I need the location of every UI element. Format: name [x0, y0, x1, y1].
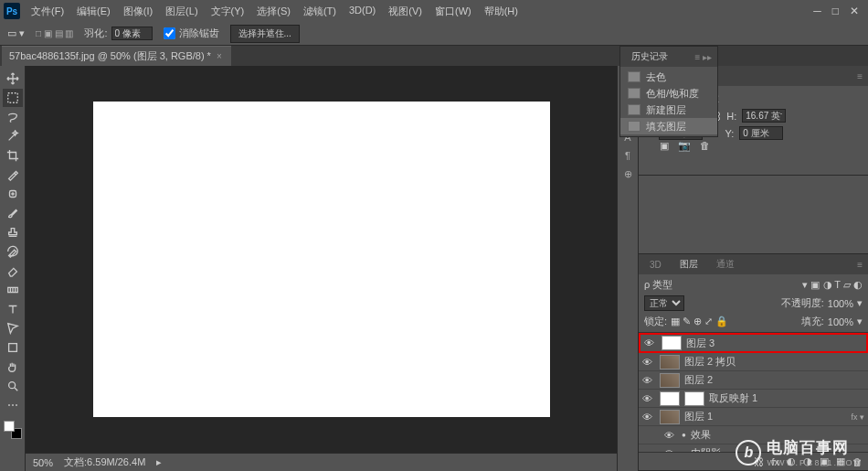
layer-filter-label: ρ 类型 — [644, 278, 672, 292]
visibility-icon[interactable]: 👁 — [664, 430, 677, 441]
visibility-icon[interactable]: 👁 — [644, 337, 657, 348]
edit-toolbar-icon[interactable]: ⋯ — [3, 396, 23, 414]
stamp-tool[interactable] — [3, 223, 23, 241]
visibility-icon[interactable]: 👁 — [642, 393, 655, 404]
visibility-icon[interactable]: 👁 — [664, 448, 677, 453]
lasso-tool[interactable] — [3, 108, 23, 126]
selection-mode-icons[interactable]: □ ▣ ▤ ▥ — [36, 28, 73, 38]
fx-badge[interactable]: fx ▾ — [851, 412, 864, 422]
lock-icons[interactable]: ▦ ✎ ⊕ ⤢ 🔒 — [671, 316, 728, 327]
layer-name: 图层 2 拷贝 — [684, 355, 864, 369]
minimize-icon[interactable]: ─ — [813, 5, 821, 17]
shape-tool[interactable] — [3, 338, 23, 357]
menu-image[interactable]: 图像(I) — [118, 1, 158, 22]
visibility-icon[interactable]: 👁 — [642, 412, 655, 423]
layer-row[interactable]: 👁图层 1fx ▾ — [639, 408, 868, 426]
history-item[interactable]: 填充图层 — [620, 118, 717, 134]
layer-thumbnail — [660, 355, 680, 369]
visibility-icon[interactable]: 👁 — [642, 357, 655, 368]
history-step-icon — [628, 121, 640, 132]
trash-icon[interactable]: 🗑 — [852, 456, 863, 467]
eraser-tool[interactable] — [3, 262, 23, 280]
history-step-icon — [628, 88, 640, 99]
y-input[interactable] — [739, 126, 783, 140]
status-bar: 50% 文档:6.59M/26.4M ▸ — [26, 453, 617, 471]
menu-layer[interactable]: 图层(L) — [160, 1, 203, 22]
antialias-checkbox[interactable] — [164, 27, 175, 39]
type-tool[interactable] — [3, 300, 23, 318]
history-step-icon — [628, 104, 640, 115]
layer-row[interactable]: 👁图层 2 — [639, 371, 868, 390]
gradient-tool[interactable] — [3, 281, 23, 299]
layer-filter-icons[interactable]: ▾ ▣ ◑ T ▱ ◐ — [802, 279, 863, 291]
history-collapse-icon[interactable]: ≡ ▸▸ — [694, 52, 712, 62]
brush-tool[interactable] — [3, 204, 23, 222]
zoom-tool[interactable] — [3, 377, 23, 395]
visibility-icon[interactable]: 👁 — [642, 375, 655, 386]
layers-menu-icon[interactable]: ≡ — [857, 260, 863, 270]
move-tool[interactable] — [3, 70, 23, 88]
history-step-label: 新建图层 — [646, 103, 686, 117]
history-item[interactable]: 新建图层 — [620, 102, 717, 118]
layer-name: 图层 3 — [686, 337, 863, 350]
fg-color-swatch[interactable] — [4, 421, 15, 432]
h-input[interactable] — [742, 109, 786, 123]
tab-close-icon[interactable]: × — [217, 51, 222, 61]
tab-3d[interactable]: 3D — [644, 258, 667, 272]
healing-tool[interactable] — [3, 185, 23, 203]
document-canvas[interactable] — [93, 102, 550, 417]
menu-3d[interactable]: 3D(D) — [344, 1, 381, 22]
group-icon[interactable]: ▣ — [820, 455, 829, 467]
doc-info: 文档:6.59M/26.4M — [64, 455, 145, 469]
history-trash-icon[interactable]: 🗑 — [700, 140, 710, 152]
marquee-tool[interactable] — [3, 89, 23, 107]
menu-select[interactable]: 选择(S) — [251, 1, 296, 22]
fx-icon[interactable]: fx — [771, 456, 779, 467]
menu-file[interactable]: 文件(F) — [26, 1, 69, 22]
history-snap-icon[interactable]: ▣ — [660, 140, 669, 152]
tab-layers[interactable]: 图层 — [674, 256, 704, 273]
close-icon[interactable]: ✕ — [850, 5, 859, 17]
path-tool[interactable] — [3, 319, 23, 337]
document-tab[interactable]: 57bac4886135f.jpg @ 50% (图层 3, RGB/8) * … — [2, 46, 231, 66]
mask-icon[interactable]: ◐ — [787, 455, 796, 467]
new-layer-icon[interactable]: ▦ — [836, 455, 845, 467]
history-item[interactable]: 去色 — [620, 69, 717, 85]
panel-menu-icon[interactable]: ≡ — [857, 71, 863, 81]
menu-edit[interactable]: 编辑(E) — [71, 1, 116, 22]
hand-tool[interactable] — [3, 358, 23, 376]
adjustment-icon[interactable]: ◑ — [803, 455, 812, 467]
menu-help[interactable]: 帮助(H) — [479, 1, 524, 22]
opacity-value[interactable]: 100% — [828, 298, 853, 309]
tab-channels[interactable]: 通道 — [711, 256, 740, 273]
link-layers-icon[interactable]: ⛓ — [754, 456, 764, 467]
blend-mode-select[interactable]: 正常 — [644, 295, 684, 311]
menu-filter[interactable]: 滤镜(T) — [298, 1, 342, 22]
menu-type[interactable]: 文字(Y) — [206, 1, 250, 22]
layer-row[interactable]: 👁●效果 — [639, 426, 868, 444]
tool-preset-icon[interactable]: ▭ ▾ — [7, 27, 25, 39]
menu-window[interactable]: 窗口(W) — [429, 1, 477, 22]
history-item[interactable]: 色相/饱和度 — [620, 85, 717, 102]
wand-tool[interactable] — [3, 127, 23, 145]
layer-row[interactable]: 👁图层 2 拷贝 — [639, 353, 868, 371]
layer-row[interactable]: 👁取反映射 1 — [639, 390, 868, 408]
history-camera-icon[interactable]: 📷 — [678, 140, 691, 152]
maximize-icon[interactable]: □ — [832, 5, 839, 17]
refine-edge-button[interactable]: 选择并遮住... — [230, 25, 300, 43]
crop-tool[interactable] — [3, 146, 23, 165]
eyedropper-tool[interactable] — [3, 166, 23, 184]
layer-name: 图层 1 — [684, 410, 846, 423]
history-brush-tool[interactable] — [3, 242, 23, 261]
color-swatches[interactable] — [4, 421, 22, 439]
document-tabs: 57bac4886135f.jpg @ 50% (图层 3, RGB/8) * … — [0, 46, 868, 66]
status-arrow-icon[interactable]: ▸ — [156, 456, 162, 468]
layer-row[interactable]: 👁●内阴影 — [639, 444, 868, 452]
lib-panel-icon[interactable]: ⊕ — [624, 168, 632, 180]
fill-value[interactable]: 100% — [828, 316, 853, 327]
feather-input[interactable] — [111, 27, 153, 40]
layer-row[interactable]: 👁图层 3 — [639, 333, 868, 353]
zoom-value[interactable]: 50% — [33, 457, 53, 468]
menu-view[interactable]: 视图(V) — [383, 1, 428, 22]
history-tab[interactable]: 历史记录 — [626, 48, 673, 65]
